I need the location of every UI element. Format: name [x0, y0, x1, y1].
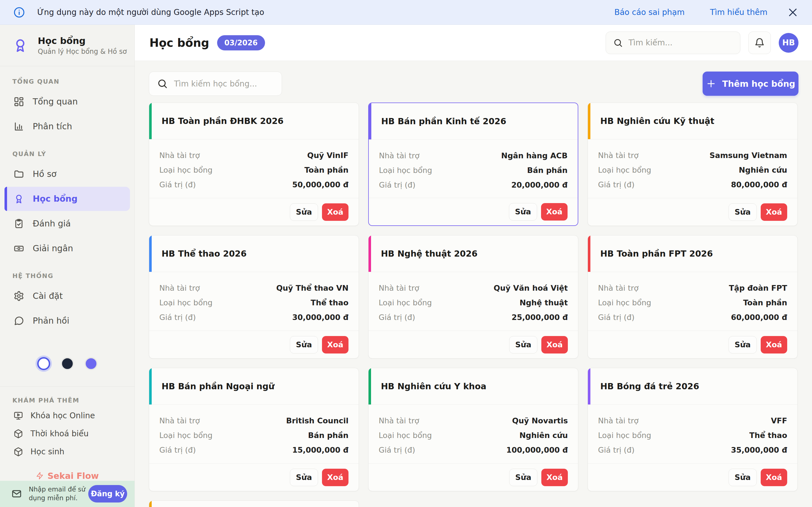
edit-button[interactable]: Sửa	[728, 336, 757, 353]
scholarship-card: HB Toàn phần ĐHBK 2026Nhà tài trợQuỹ Vin…	[149, 103, 359, 226]
explore-item[interactable]: Học sinh	[0, 443, 135, 461]
add-scholarship-button[interactable]: Thêm học bổng	[703, 71, 799, 96]
card-body: Nhà tài trợQuỹ VinIFLoại học bổngToàn ph…	[149, 139, 359, 198]
edit-button[interactable]: Sửa	[290, 336, 318, 353]
sekai-flow-link[interactable]: Sekai Flow	[0, 471, 135, 481]
sponsor-value: Quỹ Văn hoá Việt	[494, 284, 568, 292]
sponsor-label: Nhà tài trợ	[159, 284, 200, 292]
sponsor-label: Nhà tài trợ	[378, 416, 419, 425]
sidebar-item-label: Hồ sơ	[33, 169, 56, 179]
edit-button[interactable]: Sửa	[290, 203, 318, 221]
sidebar-item-label: Cài đặt	[33, 291, 63, 301]
delete-button[interactable]: Xoá	[322, 336, 349, 353]
cube-icon	[13, 429, 23, 439]
sidebar-item-chat-bubble[interactable]: Phản hồi	[4, 309, 130, 333]
notifications-button[interactable]	[748, 32, 771, 54]
value-label: Giá trị (đ)	[598, 446, 635, 454]
gear-icon	[13, 291, 24, 301]
close-icon[interactable]	[787, 7, 799, 18]
card-title: HB Thể thao 2026	[161, 249, 247, 259]
edit-button[interactable]: Sửa	[509, 469, 538, 486]
delete-button[interactable]: Xoá	[322, 203, 349, 221]
card-accent-bar	[588, 368, 591, 404]
card-body: Nhà tài trợBritish CouncilLoại học bổngB…	[149, 405, 359, 463]
theme-purple-dot[interactable]	[85, 357, 98, 370]
card-body: Nhà tài trợQuỹ Văn hoá ViệtLoại học bổng…	[368, 272, 578, 331]
edit-button[interactable]: Sửa	[509, 203, 537, 221]
signup-button[interactable]: Đăng ký	[88, 485, 127, 503]
sidebar-item-label: Phân tích	[33, 121, 72, 131]
delete-button[interactable]: Xoá	[761, 203, 787, 221]
value-label: Giá trị (đ)	[159, 446, 196, 454]
type-value: Nghệ thuật	[520, 298, 568, 307]
delete-button[interactable]: Xoá	[322, 469, 349, 486]
edit-button[interactable]: Sửa	[728, 203, 757, 221]
explore-item[interactable]: Thời khoá biểu	[0, 425, 135, 443]
bell-icon	[754, 38, 765, 48]
card-footer: SửaXoá	[369, 198, 578, 225]
sidebar-item-clipboard-check[interactable]: Đánh giá	[4, 212, 130, 236]
plus-icon	[706, 78, 716, 89]
cards-grid: HB Toàn phần ĐHBK 2026Nhà tài trợQuỹ Vin…	[149, 103, 799, 507]
sidebar-section-label: TỔNG QUAN	[12, 78, 135, 85]
delete-button[interactable]: Xoá	[541, 469, 568, 486]
sidebar-item-gear[interactable]: Cài đặt	[4, 284, 130, 308]
delete-button[interactable]: Xoá	[541, 203, 567, 221]
type-label: Loại học bổng	[159, 431, 213, 440]
sponsor-value: Samsung Vietnam	[709, 151, 787, 160]
type-label: Loại học bổng	[378, 298, 432, 307]
sidebar-item-medal[interactable]: Học bổng	[4, 187, 130, 211]
sidebar-item-banknote[interactable]: Giải ngân	[4, 236, 130, 261]
delete-button[interactable]: Xoá	[541, 336, 568, 353]
edit-button[interactable]: Sửa	[728, 469, 757, 486]
sidebar-nav: TỔNG QUANTổng quanPhân tíchQUẢN LÝHồ sơH…	[0, 66, 135, 334]
delete-button[interactable]: Xoá	[761, 469, 787, 486]
card-header: HB Nghiên cứu Y khoa	[368, 368, 578, 405]
theme-dark-dot[interactable]	[61, 357, 74, 370]
card-footer: SửaXoá	[368, 463, 578, 491]
theme-light-dot[interactable]	[37, 357, 50, 370]
sidebar-item-folder[interactable]: Hồ sơ	[4, 162, 130, 186]
card-body: Nhà tài trợTập đoàn FPTLoại học bổngToàn…	[588, 272, 797, 331]
bolt-icon	[36, 472, 44, 480]
card-accent-bar	[588, 235, 591, 272]
card-body: Nhà tài trợVFFLoại học bổngThể thaoGiá t…	[588, 405, 797, 463]
folder-icon	[13, 169, 24, 179]
card-accent-bar	[368, 368, 371, 404]
email-banner-text: Nhập email để sử dụng miễn phí.	[29, 485, 88, 503]
explore-item[interactable]: Khóa học Online	[0, 407, 135, 425]
sidebar-item-label: Đánh giá	[33, 219, 71, 228]
edit-button[interactable]: Sửa	[509, 336, 538, 353]
learn-more-link[interactable]: Tìm hiểu thêm	[710, 8, 767, 17]
card-accent-bar	[368, 235, 371, 272]
card-footer: SửaXoá	[588, 198, 797, 226]
app-subtitle: Quản lý Học bổng & Hồ sơ	[38, 48, 127, 55]
global-search	[606, 32, 741, 54]
card-accent-bar	[149, 103, 152, 139]
scholarship-search	[149, 71, 282, 96]
sponsor-value: Quỹ VinIF	[307, 151, 349, 160]
edit-button[interactable]: Sửa	[290, 469, 318, 486]
value-value: 60,000,000 đ	[731, 313, 787, 322]
scholarship-search-input[interactable]	[174, 79, 274, 89]
card-title: HB Bóng đá trẻ 2026	[600, 381, 699, 391]
card-header: HB Nghệ thuật 2026	[368, 235, 578, 272]
card-header: HB Bán phần Ngoại ngữ	[149, 368, 359, 405]
avatar[interactable]: HB	[779, 33, 799, 53]
monitor-play-icon	[13, 411, 23, 420]
global-search-input[interactable]	[628, 38, 733, 47]
type-value: Thể thao	[311, 298, 349, 307]
sidebar-item-bar-chart[interactable]: Phân tích	[4, 114, 130, 138]
topbar: Học bổng 03/2026 HB	[135, 25, 812, 61]
card-title: HB Toàn phần FPT 2026	[600, 249, 713, 259]
delete-button[interactable]: Xoá	[761, 336, 787, 353]
card-accent-bar	[369, 103, 371, 139]
card-footer: SửaXoá	[149, 331, 359, 358]
scholarship-card: HB Nghệ thuật 2026Nhà tài trợQuỹ Văn hoá…	[368, 235, 578, 358]
sponsor-value: VFF	[771, 416, 787, 425]
sidebar-item-dashboard[interactable]: Tổng quan	[4, 90, 130, 114]
sidebar-section-label: QUẢN LÝ	[12, 151, 135, 158]
report-abuse-link[interactable]: Báo cáo sai phạm	[614, 8, 684, 17]
value-label: Giá trị (đ)	[598, 313, 635, 322]
card-footer: SửaXoá	[588, 463, 797, 491]
